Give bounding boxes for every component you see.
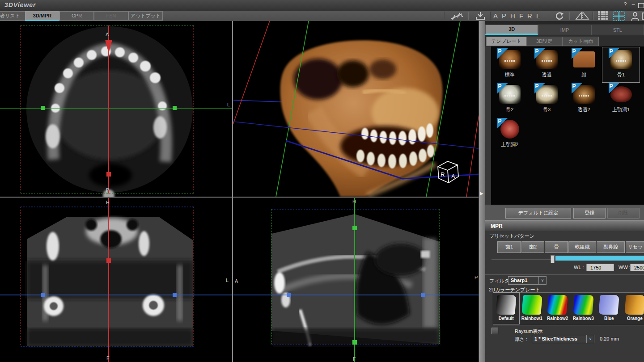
template-item[interactable]: P 骨1 bbox=[602, 47, 640, 82]
thickness-mm-value: 0.20 mm bbox=[600, 336, 619, 341]
preset-badge-icon: P bbox=[497, 118, 508, 129]
panel-tab[interactable]: STL bbox=[591, 25, 644, 35]
color-template-item[interactable]: Rainbow2 bbox=[545, 293, 571, 324]
coronal-line-handle[interactable] bbox=[352, 340, 357, 345]
register-button[interactable]: 登録 bbox=[573, 208, 606, 219]
main-tab[interactable]: アウトプット bbox=[128, 11, 163, 21]
color-template-item[interactable]: Default bbox=[493, 293, 519, 324]
template-thumbnail: P bbox=[573, 50, 595, 69]
orientation-letter[interactable]: P bbox=[502, 12, 506, 20]
render-3d-view[interactable]: R A bbox=[233, 21, 479, 197]
color-template-item[interactable]: Orange bbox=[622, 293, 644, 324]
layout-grid-icon[interactable] bbox=[596, 11, 610, 21]
template-label: 上顎洞2 bbox=[491, 141, 528, 148]
template-thumbnail: P bbox=[499, 120, 521, 139]
coronal-shadow-band bbox=[27, 261, 193, 299]
coronal-view[interactable]: H F L bbox=[0, 198, 232, 362]
sagittal-label-left: A bbox=[235, 278, 238, 284]
orientation-letter[interactable]: F bbox=[519, 12, 523, 20]
sagittal-pharynx bbox=[375, 244, 427, 276]
orientation-letter[interactable]: R bbox=[527, 12, 532, 20]
main-tab[interactable]: 3D/MPR bbox=[25, 11, 59, 21]
sagittal-view[interactable]: A P H F bbox=[233, 198, 479, 362]
axial-line-handle[interactable] bbox=[287, 293, 291, 297]
orientation-letter[interactable]: L bbox=[536, 12, 540, 20]
maximize-button[interactable] bbox=[638, 3, 644, 8]
panel-tab[interactable]: IMP bbox=[538, 25, 591, 35]
sagittal-line-handle[interactable] bbox=[106, 258, 111, 263]
title-bar: 3DViewer ? – bbox=[0, 0, 644, 11]
preset-badge-icon: P bbox=[572, 83, 582, 94]
set-default-button[interactable]: デフォルトに設定 bbox=[505, 208, 571, 219]
minimize-button[interactable]: – bbox=[630, 1, 637, 8]
color-swatch bbox=[573, 295, 594, 315]
preset-button[interactable]: リセット bbox=[626, 241, 644, 253]
axial-line-handle[interactable] bbox=[41, 293, 45, 297]
raysum-checkbox[interactable] bbox=[491, 328, 498, 334]
viewport-horizontal-divider bbox=[0, 197, 479, 198]
template-item[interactable]: P 上顎洞2 bbox=[491, 117, 528, 152]
main-tab[interactable]: CPR bbox=[59, 11, 94, 21]
coronal-line-handle[interactable] bbox=[352, 226, 357, 230]
panel-splitter[interactable]: ▶ bbox=[479, 21, 486, 362]
preset-button[interactable]: 骨 bbox=[545, 241, 568, 253]
wl-slider-fill[interactable] bbox=[555, 256, 644, 261]
axial-view[interactable]: A P L bbox=[0, 21, 232, 197]
reset-rotation-icon[interactable] bbox=[554, 11, 565, 21]
orientation-letter[interactable]: A bbox=[493, 12, 498, 20]
sagittal-incisor bbox=[274, 272, 285, 294]
main-tab[interactable]: 患者リスト bbox=[0, 11, 26, 21]
mirror-flip-icon[interactable] bbox=[573, 11, 592, 21]
import-icon[interactable] bbox=[472, 11, 489, 21]
axial-line-handle[interactable] bbox=[421, 293, 425, 297]
axial-molar-section-left bbox=[46, 124, 60, 148]
preset-button[interactable]: 歯1 bbox=[497, 241, 521, 253]
template-item[interactable]: P 骨3 bbox=[528, 82, 565, 117]
axial-line-handle[interactable] bbox=[173, 293, 177, 297]
color-swatch-label: Blue bbox=[596, 316, 622, 321]
user-icon[interactable] bbox=[630, 11, 640, 21]
template-item[interactable]: P 上顎洞1 bbox=[602, 82, 640, 117]
thickness-dropdown-arrow-icon[interactable]: ∨ bbox=[586, 335, 594, 343]
coronal-line-handle[interactable] bbox=[173, 106, 177, 110]
preset-badge-icon: P bbox=[572, 48, 582, 59]
panel-subtab[interactable]: 3D設定 bbox=[526, 37, 562, 46]
help-button[interactable]: ? bbox=[622, 1, 629, 8]
filter-dropdown-arrow-icon[interactable]: ∨ bbox=[538, 276, 547, 285]
orientation-cube[interactable]: R A bbox=[438, 161, 458, 183]
panel-tab[interactable]: 3D bbox=[485, 25, 538, 35]
color-template-item[interactable]: Blue bbox=[596, 293, 622, 324]
axial-label-top: A bbox=[106, 32, 109, 37]
color-swatch-label: Default bbox=[493, 316, 519, 321]
preset-button[interactable]: 歯2 bbox=[521, 241, 544, 253]
orientation-letter[interactable]: H bbox=[510, 12, 515, 20]
template-item[interactable]: P 標準 bbox=[491, 47, 528, 82]
ww-input[interactable] bbox=[630, 264, 644, 271]
clipped-toolbar-icon[interactable] bbox=[641, 11, 644, 21]
coronal-line-handle[interactable] bbox=[41, 106, 45, 110]
sagittal-line-handle[interactable] bbox=[106, 172, 111, 177]
panel-subtab[interactable]: テンプレート bbox=[486, 37, 526, 46]
color-template-item[interactable]: Rainbow1 bbox=[519, 293, 545, 324]
panel-collapse-icon[interactable]: ▶ bbox=[480, 191, 483, 196]
thickness-dropdown[interactable]: 1 * SliceThickness bbox=[532, 335, 589, 343]
template-thumb-teeth bbox=[616, 60, 626, 62]
filter-dropdown[interactable]: Sharp1 bbox=[508, 276, 541, 285]
preset-button[interactable]: 副鼻腔 bbox=[597, 241, 625, 253]
template-item[interactable]: P 透過2 bbox=[565, 82, 602, 117]
wl-slider-track[interactable] bbox=[491, 259, 551, 260]
measure-caliper-icon[interactable] bbox=[449, 11, 466, 21]
color-template-item[interactable]: Rainbow3 bbox=[571, 293, 597, 324]
wl-input[interactable] bbox=[586, 264, 614, 271]
panel-subtab[interactable]: カット画面 bbox=[562, 37, 599, 46]
preset-button[interactable]: 軟組織 bbox=[568, 241, 596, 253]
template-item[interactable]: P 透過 bbox=[528, 47, 565, 82]
axial-label-bottom: P bbox=[106, 187, 109, 193]
template-item[interactable]: P 骨2 bbox=[491, 82, 528, 117]
main-tab[interactable]: FSN bbox=[94, 11, 128, 21]
layout-mpr-cross-icon[interactable] bbox=[612, 11, 626, 21]
template-item[interactable]: P 顔 bbox=[565, 47, 602, 82]
wl-slider-handle[interactable] bbox=[551, 255, 555, 263]
template-label: 標準 bbox=[491, 72, 528, 78]
coronal-nasal-cavity bbox=[100, 230, 122, 248]
